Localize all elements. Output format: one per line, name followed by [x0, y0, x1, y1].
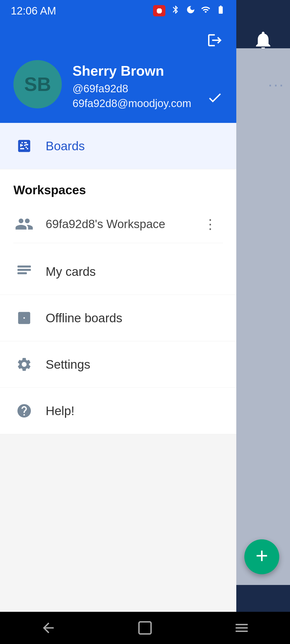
workspaces-title: Workspaces	[13, 183, 223, 197]
settings-menu-item[interactable]: Settings	[0, 341, 236, 388]
profile-username: @69fa92d8	[73, 83, 191, 95]
profile-body: SB Sherry Brown @69fa92d8 69fa92d8@moodj…	[13, 60, 223, 109]
workspace-item[interactable]: 69fa92d8's Workspace ⋮	[13, 205, 223, 243]
drawer: 12:06 AM ⏺	[0, 0, 236, 644]
avatar: SB	[13, 60, 62, 108]
svg-rect-0	[17, 266, 31, 268]
settings-icon	[13, 354, 35, 375]
offline-boards-menu-item[interactable]: Offline boards	[0, 295, 236, 341]
help-label: Help!	[46, 404, 74, 418]
svg-rect-4	[25, 313, 29, 321]
profile-header: SB Sherry Brown @69fa92d8 69fa92d8@moodj…	[0, 21, 236, 123]
profile-info: Sherry Brown @69fa92d8 69fa92d8@moodjoy.…	[73, 60, 191, 109]
boards-nav-icon	[13, 135, 35, 157]
profile-top-row	[13, 32, 223, 52]
boards-label: Boards	[46, 139, 85, 153]
my-cards-icon	[13, 261, 35, 282]
fab-plus-icon: +	[256, 545, 268, 566]
fab-button[interactable]: +	[244, 539, 279, 574]
logout-icon[interactable]	[207, 32, 223, 52]
wifi-icon	[201, 5, 211, 17]
home-button[interactable]	[129, 617, 161, 639]
my-cards-menu-item[interactable]: My cards	[0, 248, 236, 295]
my-cards-label: My cards	[46, 264, 96, 279]
bell-icon	[252, 30, 274, 51]
workspace-more-icon[interactable]: ⋮	[198, 214, 223, 235]
workspaces-section: Workspaces 69fa92d8's Workspace ⋮	[0, 169, 236, 248]
right-gray-area	[236, 48, 290, 585]
back-button[interactable]	[32, 617, 64, 639]
profile-name: Sherry Brown	[73, 63, 191, 79]
screen-record-icon: ⏺	[153, 5, 165, 16]
status-bar: 12:06 AM ⏺	[0, 0, 236, 21]
menu-button[interactable]	[226, 617, 258, 639]
status-time: 12:06 AM	[11, 5, 56, 17]
avatar-initials: SB	[24, 73, 51, 95]
help-menu-item[interactable]: Help!	[0, 388, 236, 434]
settings-label: Settings	[46, 357, 90, 372]
night-mode-icon	[186, 5, 195, 17]
offline-boards-icon	[13, 307, 35, 329]
offline-boards-label: Offline boards	[46, 311, 122, 325]
other-menu-section: My cards Offline boards Settings	[0, 248, 236, 434]
workspace-name: 69fa92d8's Workspace	[46, 217, 198, 231]
bluetooth-icon	[171, 5, 180, 17]
svg-rect-5	[139, 622, 151, 634]
edit-icon[interactable]	[207, 90, 223, 109]
svg-rect-1	[17, 269, 31, 271]
workspace-icon	[13, 213, 35, 235]
more-dots: ···	[268, 75, 285, 94]
profile-email: 69fa92d8@moodjoy.com	[73, 97, 191, 109]
status-icons: ⏺	[153, 5, 226, 17]
boards-section: Boards	[0, 123, 236, 169]
svg-rect-2	[17, 272, 27, 275]
help-icon	[13, 400, 35, 422]
boards-menu-item[interactable]: Boards	[0, 123, 236, 169]
battery-icon	[216, 5, 226, 17]
svg-rect-3	[20, 313, 24, 321]
bottom-navigation	[0, 612, 290, 644]
